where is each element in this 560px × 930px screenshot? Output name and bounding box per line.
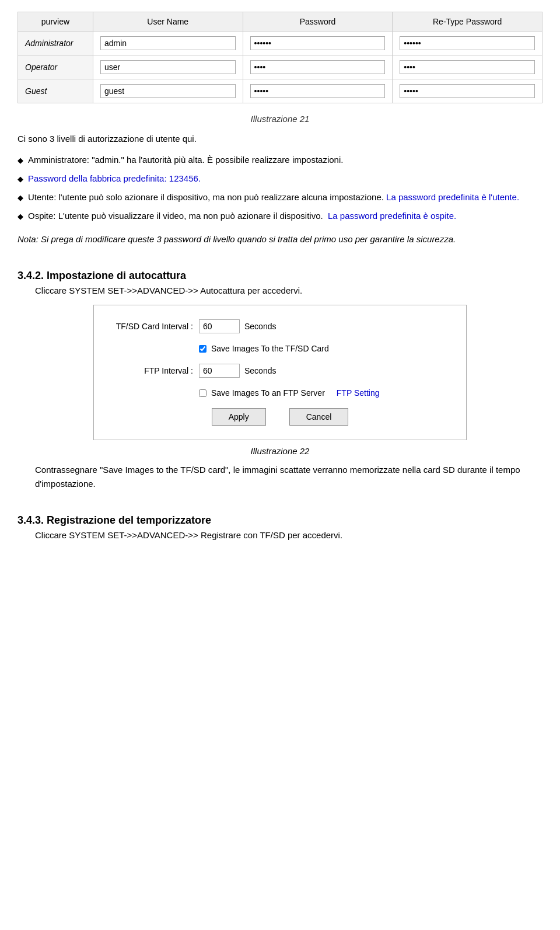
tf-interval-input[interactable] [199, 319, 240, 333]
password-guest-input[interactable] [250, 84, 386, 98]
section-342-heading: 3.4.2. Impostazione di autocattura [18, 270, 542, 282]
table-row: Operator [18, 55, 542, 79]
bullet-guest-normal: Ospite: L'utente può visualizzare il vid… [28, 211, 323, 221]
bullet-password: ◆ Password della fabbrica predefinita: 1… [18, 172, 542, 186]
bullet-diamond-icon: ◆ [18, 173, 23, 186]
password-operator-cell[interactable] [243, 55, 393, 79]
bullet-user: ◆ Utente: l'utente può solo azionare il … [18, 190, 542, 204]
ftp-interval-label: FTP Interval : [111, 366, 199, 375]
ftp-interval-row: FTP Interval : Seconds [111, 364, 449, 378]
save-tf-label: Save Images To the TF/SD Card [211, 344, 329, 353]
tf-interval-unit: Seconds [244, 322, 276, 331]
section-343-intro: Cliccare SYSTEM SET->>ADVANCED->> Regist… [35, 530, 542, 540]
username-operator-cell[interactable] [93, 55, 243, 79]
col-purview: purview [18, 12, 93, 32]
save-ftp-label: Save Images To an FTP Server [211, 388, 325, 398]
retype-guest-input[interactable] [400, 84, 535, 98]
username-guest-input[interactable] [100, 84, 236, 98]
username-guest-cell[interactable] [93, 79, 243, 103]
bullet-user-text: Utente: l'utente può solo azionare il di… [28, 190, 519, 204]
role-admin: Administrator [18, 32, 93, 55]
retype-guest-cell[interactable] [393, 79, 542, 103]
password-guest-cell[interactable] [243, 79, 393, 103]
bullet-guest: ◆ Ospite: L'utente può visualizzare il v… [18, 209, 542, 223]
role-operator: Operator [18, 55, 93, 79]
bullet-guest-blue: La password predefinita è ospite. [328, 211, 456, 221]
username-admin-cell[interactable] [93, 32, 243, 55]
bullet-user-blue: La password predefinita è l'utente. [386, 192, 519, 202]
caption-2: Illustrazione 22 [18, 446, 542, 456]
cancel-button[interactable]: Cancel [289, 408, 349, 426]
col-username: User Name [93, 12, 243, 32]
section-342-note: Contrassegnare "Save Images to the TF/SD… [35, 463, 542, 491]
ftp-interval-unit: Seconds [244, 366, 276, 375]
password-operator-input[interactable] [250, 60, 386, 74]
table-row: Administrator [18, 32, 542, 55]
form-buttons: Apply Cancel [111, 408, 449, 426]
password-admin-cell[interactable] [243, 32, 393, 55]
tf-interval-label: TF/SD Card Interval : [111, 322, 199, 331]
table-row: Guest [18, 79, 542, 103]
bullet-admin-text: Amministratore: "admin." ha l'autorità p… [28, 153, 343, 167]
username-admin-input[interactable] [100, 36, 236, 50]
username-operator-input[interactable] [100, 60, 236, 74]
ftp-setting-link[interactable]: FTP Setting [337, 388, 380, 398]
bullet-password-text: Password della fabbrica predefinita: 123… [28, 172, 201, 186]
tf-interval-row: TF/SD Card Interval : Seconds [111, 319, 449, 333]
bullet-diamond-icon: ◆ [18, 192, 23, 204]
ftp-interval-input[interactable] [199, 364, 240, 378]
autocapture-form: TF/SD Card Interval : Seconds Save Image… [93, 305, 467, 440]
section-343-heading: 3.4.3. Registrazione del temporizzatore [18, 514, 542, 527]
bullet-admin: ◆ Amministratore: "admin." ha l'autorità… [18, 153, 542, 167]
password-admin-input[interactable] [250, 36, 386, 50]
col-retype: Re-Type Password [393, 12, 542, 32]
save-ftp-checkbox[interactable] [199, 389, 206, 397]
bullet-diamond-icon: ◆ [18, 211, 23, 223]
save-tf-checkbox[interactable] [199, 345, 206, 353]
bullet-diamond-icon: ◆ [18, 155, 23, 167]
col-password: Password [243, 12, 393, 32]
bullet-user-normal: Utente: l'utente può solo azionare il di… [28, 192, 384, 202]
caption-1: Illustrazione 21 [18, 114, 542, 124]
section-342-intro: Cliccare SYSTEM SET->>ADVANCED->> Autoca… [35, 285, 542, 295]
save-ftp-row: Save Images To an FTP Server FTP Setting [199, 388, 449, 398]
retype-admin-cell[interactable] [393, 32, 542, 55]
intro-text: Ci sono 3 livelli di autorizzazione di u… [18, 132, 542, 146]
bullet-guest-text: Ospite: L'utente può visualizzare il vid… [28, 209, 456, 223]
security-note: Nota: Si prega di modificare queste 3 pa… [18, 232, 542, 246]
retype-admin-input[interactable] [400, 36, 535, 50]
retype-operator-cell[interactable] [393, 55, 542, 79]
role-guest: Guest [18, 79, 93, 103]
retype-operator-input[interactable] [400, 60, 535, 74]
apply-button[interactable]: Apply [212, 408, 266, 426]
user-table: purview User Name Password Re-Type Passw… [18, 12, 542, 103]
save-tf-row: Save Images To the TF/SD Card [199, 344, 449, 353]
